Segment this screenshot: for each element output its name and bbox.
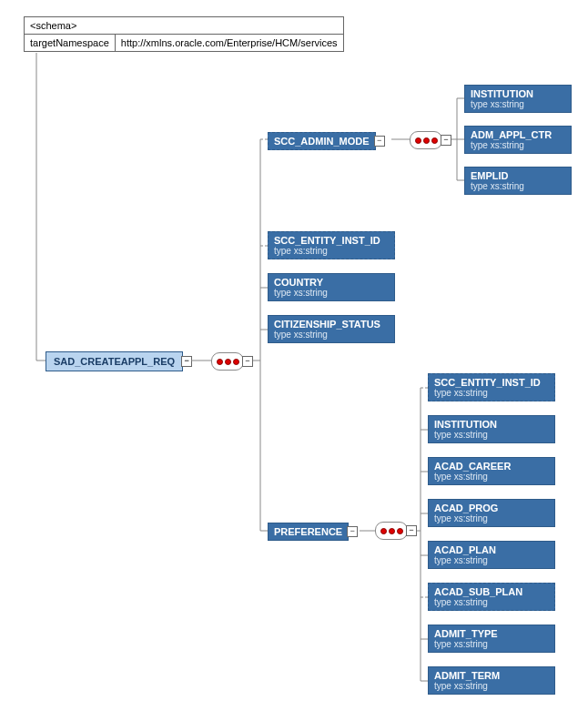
element-institution[interactable]: INSTITUTION type xs:string: [464, 85, 572, 113]
element-preference[interactable]: PREFERENCE −: [268, 523, 349, 541]
sequence-icon: −: [375, 522, 408, 540]
sequence-icon: −: [410, 131, 442, 149]
schema-header-box: <schema> targetNamespace http://xmlns.or…: [24, 16, 344, 52]
type-label: type xs:string: [434, 597, 549, 607]
expand-toggle-icon[interactable]: −: [374, 136, 385, 147]
element-admit-term[interactable]: ADMIT_TERM type xs:string: [428, 666, 555, 695]
type-label: type xs:string: [471, 140, 565, 150]
element-admit-type[interactable]: ADMIT_TYPE type xs:string: [428, 625, 555, 653]
element-citizenship-status[interactable]: CITIZENSHIP_STATUS type xs:string: [268, 315, 395, 343]
type-label: type xs:string: [434, 472, 549, 482]
type-label: type xs:string: [434, 681, 549, 691]
schema-title: <schema>: [25, 17, 344, 35]
element-pref-institution[interactable]: INSTITUTION type xs:string: [428, 415, 555, 443]
type-label: type xs:string: [434, 513, 549, 523]
type-label: type xs:string: [274, 330, 389, 340]
element-acad-career[interactable]: ACAD_CAREER type xs:string: [428, 457, 555, 485]
element-adm-appl-ctr[interactable]: ADM_APPL_CTR type xs:string: [464, 126, 572, 154]
type-label: type xs:string: [471, 181, 565, 191]
root-element[interactable]: SAD_CREATEAPPL_REQ −: [46, 351, 183, 371]
expand-toggle-icon[interactable]: −: [406, 525, 417, 536]
element-acad-sub-plan[interactable]: ACAD_SUB_PLAN type xs:string: [428, 583, 555, 611]
ns-label: targetNamespace: [25, 35, 116, 52]
expand-toggle-icon[interactable]: −: [181, 356, 192, 367]
type-label: type xs:string: [434, 555, 549, 565]
type-label: type xs:string: [274, 288, 389, 298]
element-pref-scc-entity-inst-id[interactable]: SCC_ENTITY_INST_ID type xs:string: [428, 373, 555, 401]
element-scc-admin-mode[interactable]: SCC_ADMIN_MODE −: [268, 132, 376, 150]
element-acad-prog[interactable]: ACAD_PROG type xs:string: [428, 499, 555, 527]
type-label: type xs:string: [434, 639, 549, 649]
element-acad-plan[interactable]: ACAD_PLAN type xs:string: [428, 541, 555, 569]
expand-toggle-icon[interactable]: −: [441, 135, 451, 146]
ns-value: http://xmlns.oracle.com/Enterprise/HCM/s…: [115, 35, 343, 52]
expand-toggle-icon[interactable]: −: [347, 526, 358, 537]
element-scc-entity-inst-id[interactable]: SCC_ENTITY_INST_ID type xs:string: [268, 231, 395, 259]
element-emplid[interactable]: EMPLID type xs:string: [464, 167, 572, 195]
type-label: type xs:string: [274, 246, 389, 256]
type-label: type xs:string: [434, 430, 549, 440]
element-country[interactable]: COUNTRY type xs:string: [268, 273, 395, 301]
type-label: type xs:string: [434, 388, 549, 398]
sequence-icon: −: [211, 352, 244, 371]
expand-toggle-icon[interactable]: −: [242, 356, 253, 367]
type-label: type xs:string: [471, 99, 565, 109]
